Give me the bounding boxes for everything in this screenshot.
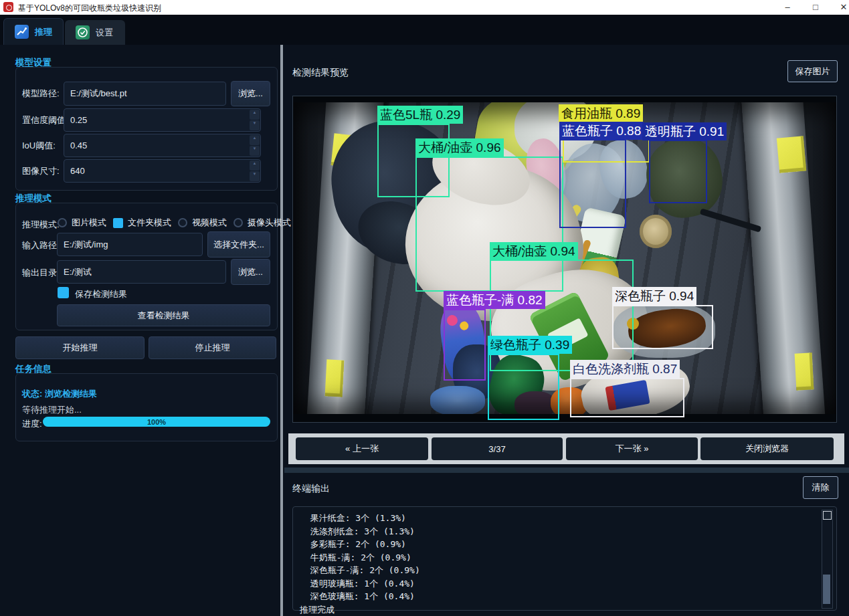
scrollbar-thumb[interactable] [823, 575, 830, 604]
tab-settings[interactable]: 设置 [65, 20, 125, 45]
spin-down-icon[interactable]: ▼ [250, 146, 260, 156]
terminal-title: 终端输出 [292, 483, 330, 495]
mode-radio-item[interactable]: 图片模式 [58, 217, 106, 229]
detection-label: 深色瓶子 0.94 [612, 287, 696, 305]
spin-down-icon[interactable]: ▼ [250, 171, 260, 181]
tab-inference[interactable]: 推理 [3, 18, 64, 45]
radio-icon[interactable] [113, 218, 123, 228]
detection-label: 蓝色5L瓶 0.29 [377, 106, 463, 124]
radio-icon[interactable] [58, 218, 67, 227]
detection-box [612, 305, 713, 349]
stop-inference-button[interactable]: 停止推理 [149, 336, 276, 359]
input-path-label: 输入路径: [22, 239, 60, 251]
terminal-scrollbar[interactable] [822, 510, 833, 609]
browse-model-button[interactable]: 浏览... [231, 81, 270, 106]
output-dir-input[interactable]: E:/测试 [57, 260, 226, 284]
confidence-value: 0.25 [70, 115, 87, 125]
terminal-line: 推理完成 [300, 603, 442, 616]
iou-value: 0.45 [70, 140, 87, 150]
image-size-stepper[interactable]: ▲▼ [250, 161, 260, 181]
detection-label: 蓝色瓶子-满 0.82 [444, 291, 545, 309]
spin-up-icon[interactable]: ▲ [250, 161, 260, 171]
save-results-checkbox[interactable] [58, 287, 69, 298]
close-icon[interactable]: ✕ [832, 0, 849, 15]
check-circle-icon [76, 25, 90, 39]
terminal-line: 深色玻璃瓶: 1个 (0.4%) [300, 590, 442, 603]
confidence-label: 置信度阈值: [22, 114, 68, 126]
choose-folder-button[interactable]: 选择文件夹... [207, 231, 270, 258]
image-size-input[interactable]: 640 ▲▼ [64, 159, 261, 183]
tab-inference-label: 推理 [35, 26, 52, 38]
tab-bar: 推理 设置 [0, 15, 849, 45]
title-bar: 基于YOLOv8的可回收瓶类垃圾快速识别 – □ ✕ [0, 0, 849, 15]
model-path-input[interactable]: E:/测试/best.pt [64, 82, 226, 106]
terminal-line: 透明玻璃瓶: 1个 (0.4%) [300, 577, 442, 591]
spin-up-icon[interactable]: ▲ [250, 110, 260, 120]
progress-fill: 100% [43, 417, 270, 427]
mode-radio-row: 图片模式文件夹模式视频模式摄像头模式 [58, 217, 277, 229]
radio-icon[interactable] [178, 218, 187, 227]
horizontal-splitter[interactable] [284, 468, 849, 473]
iou-label: IoU阈值: [22, 140, 56, 152]
vertical-splitter[interactable] [280, 45, 283, 616]
save-results-label: 保存检测结果 [75, 288, 127, 300]
browse-output-button[interactable]: 浏览... [231, 259, 270, 285]
detection-label: 蓝色瓶子 0.88 [559, 122, 644, 140]
preview-image-frame: 蓝色5L瓶 0.29大桶/油壶 0.96食用油瓶 0.89蓝色瓶子 0.88透明… [292, 96, 837, 423]
mode-row-label: 推理模式: [22, 219, 60, 231]
window-title: 基于YOLOv8的可回收瓶类垃圾快速识别 [18, 3, 161, 14]
spin-up-icon[interactable]: ▲ [250, 135, 260, 145]
status-text: 状态: 浏览检测结果 [22, 388, 97, 400]
progress-label: 进度: [22, 418, 42, 430]
mode-label: 视频模式 [192, 217, 227, 229]
waiting-text: 等待推理开始... [22, 404, 82, 416]
close-browser-button[interactable]: 关闭浏览器 [700, 437, 834, 460]
detection-box [649, 140, 707, 203]
start-inference-button[interactable]: 开始推理 [15, 336, 145, 359]
tab-settings-label: 设置 [96, 27, 113, 39]
maximize-icon[interactable]: □ [804, 0, 827, 15]
radio-icon[interactable] [233, 218, 243, 227]
mode-radio-item[interactable]: 摄像头模式 [233, 217, 291, 229]
image-browser-navbar: « 上一张 3/37 下一张 » 关闭浏览器 [288, 433, 844, 464]
detection-label: 食用油瓶 0.89 [559, 104, 643, 122]
detection-box [444, 309, 486, 381]
progress-value: 100% [147, 418, 166, 426]
detection-label: 透明瓶子 0.91 [642, 122, 727, 140]
confidence-input[interactable]: 0.25 ▲▼ [64, 108, 261, 132]
progress-bar: 100% [43, 417, 270, 427]
iou-stepper[interactable]: ▲▼ [250, 135, 260, 156]
iou-input[interactable]: 0.45 ▲▼ [64, 134, 261, 157]
terminal-line: 果汁纸盒: 3个 (1.3%) [300, 512, 442, 525]
view-results-button[interactable]: 查看检测结果 [57, 304, 270, 326]
minimize-icon[interactable]: – [776, 0, 799, 15]
mode-radio-item[interactable]: 视频模式 [178, 217, 227, 229]
confidence-stepper[interactable]: ▲▼ [250, 110, 260, 130]
clear-terminal-button[interactable]: 清除 [803, 476, 838, 499]
detection-box [559, 139, 626, 228]
prev-image-button[interactable]: « 上一张 [296, 437, 428, 460]
detection-label: 大桶/油壶 0.96 [415, 138, 504, 157]
terminal-line: 多彩瓶子: 2个 (0.9%) [300, 538, 442, 551]
detection-box [570, 378, 684, 417]
mode-label: 文件夹模式 [128, 217, 171, 229]
mode-label: 图片模式 [72, 217, 106, 229]
detection-overlay: 蓝色5L瓶 0.29大桶/油壶 0.96食用油瓶 0.89蓝色瓶子 0.88透明… [294, 97, 837, 423]
model-path-label: 模型路径: [22, 88, 60, 100]
next-image-button[interactable]: 下一张 » [566, 437, 698, 460]
terminal-line: 洗涤剂纸盒: 3个 (1.3%) [300, 525, 442, 538]
detection-label: 白色洗涤剂瓶 0.87 [570, 360, 680, 378]
image-size-value: 640 [70, 166, 85, 176]
spin-down-icon[interactable]: ▼ [250, 120, 260, 130]
terminal-lines: 果汁纸盒: 3个 (1.3%) 洗涤剂纸盒: 3个 (1.3%) 多彩瓶子: 2… [300, 512, 442, 616]
detection-label: 大桶/油壶 0.94 [490, 242, 578, 260]
input-path-input[interactable]: E:/测试/img [57, 233, 203, 256]
scroll-up-icon[interactable] [823, 511, 832, 520]
terminal-line: 牛奶瓶-满: 2个 (0.9%) [300, 551, 442, 564]
mode-radio-item[interactable]: 文件夹模式 [113, 217, 171, 229]
image-counter: 3/37 [432, 437, 563, 460]
save-image-button[interactable]: 保存图片 [787, 60, 838, 82]
terminal-line: 深色瓶子-满: 2个 (0.9%) [300, 564, 442, 577]
terminal-output[interactable]: 果汁纸盒: 3个 (1.3%) 洗涤剂纸盒: 3个 (1.3%) 多彩瓶子: 2… [292, 506, 837, 611]
detection-label: 绿色瓶子 0.39 [488, 336, 572, 354]
